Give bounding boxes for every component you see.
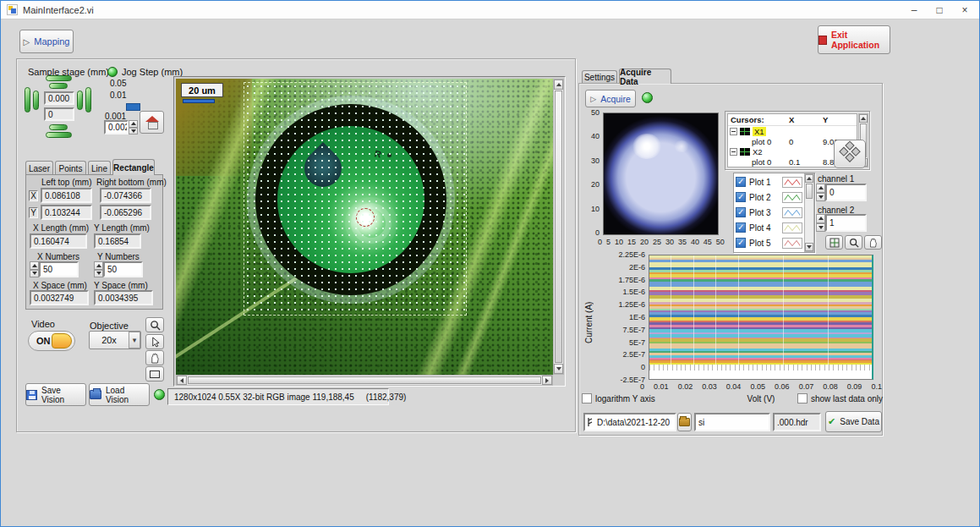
plot5-checkbox[interactable] — [736, 238, 746, 248]
plot1-checkbox[interactable] — [736, 177, 746, 187]
iv-gridlines — [649, 255, 872, 379]
channel1-value[interactable]: 0 — [825, 184, 867, 201]
stage-y-field[interactable]: 0 — [44, 107, 74, 121]
rectangle-tool-button[interactable] — [145, 366, 164, 382]
jog-option-2: 0.01 — [110, 91, 126, 100]
zoom-tool-button[interactable] — [145, 317, 164, 332]
x-numbers-spinner[interactable]: 50 — [30, 261, 79, 277]
show-last-option[interactable]: show last data only — [797, 393, 883, 403]
expander-icon[interactable] — [730, 148, 737, 156]
cursor-x1-name[interactable]: X1 — [753, 127, 766, 136]
jog-step-spinner[interactable]: 0.002 — [104, 120, 138, 134]
right-bottom-x-field[interactable]: -0.074366 — [100, 188, 151, 203]
log-y-option[interactable]: logarithm Y axis — [582, 393, 655, 403]
close-button[interactable]: × — [952, 1, 977, 19]
channel2-value[interactable]: 1 — [825, 214, 867, 232]
save-vision-button[interactable]: Save Vision — [25, 383, 86, 406]
plot2-checkbox[interactable] — [736, 192, 746, 202]
tab-points[interactable]: Points — [55, 161, 86, 175]
stage-right-outer-arrow[interactable] — [85, 87, 91, 113]
y-space-field[interactable]: 0.0034395 — [94, 290, 153, 305]
stage-up-inner-arrow[interactable] — [49, 83, 68, 89]
load-vision-icon — [90, 390, 101, 399]
stage-left-outer-arrow[interactable] — [25, 87, 30, 113]
y-numbers-value[interactable]: 50 — [103, 261, 143, 277]
intensity-map[interactable] — [603, 113, 719, 235]
show-last-checkbox[interactable] — [797, 393, 808, 403]
data-path-field[interactable]: D:\data\2021-12-20 — [583, 413, 676, 431]
legend-row[interactable]: Plot 3 — [734, 205, 804, 220]
x-space-field[interactable]: 0.0032749 — [30, 290, 89, 305]
legend-row[interactable]: Plot 5 — [734, 235, 804, 250]
cursor-mover-button[interactable] — [834, 140, 866, 168]
y-length-field[interactable]: 0.16854 — [94, 233, 141, 249]
minimize-button[interactable]: – — [901, 1, 927, 19]
image-horizontal-scrollbar[interactable] — [176, 375, 553, 386]
scroll-up-icon[interactable] — [554, 80, 563, 90]
stage-down-inner-arrow[interactable] — [49, 124, 68, 130]
cursor-tool-button[interactable] — [145, 334, 164, 349]
v-scroll-thumb[interactable] — [555, 91, 562, 363]
file-name-input[interactable]: si — [694, 413, 770, 431]
stage-x-field[interactable]: 0.000 — [44, 91, 74, 105]
mapping-button[interactable]: ▷ Mapping — [19, 30, 74, 53]
plot4-checkbox[interactable] — [736, 222, 746, 233]
laser-grid-region[interactable] — [244, 82, 467, 316]
graph-cursor-tool-button[interactable] — [825, 235, 843, 250]
stage-up-outer-arrow[interactable] — [46, 75, 72, 81]
toggle-handle-icon[interactable] — [52, 333, 72, 349]
x-length-field[interactable]: 0.160474 — [30, 233, 87, 249]
legend-row[interactable]: Plot 2 — [734, 189, 804, 205]
channel1-spinner[interactable]: 0 — [816, 184, 867, 201]
tab-line[interactable]: Line — [88, 161, 111, 175]
jog-down-icon[interactable] — [129, 128, 138, 135]
jog-step-value[interactable]: 0.002 — [104, 120, 129, 134]
tab-acquire-data[interactable]: Acquire Data — [619, 69, 671, 84]
plot2-label: Plot 2 — [749, 193, 779, 202]
graph-zoom-tool-button[interactable] — [845, 235, 862, 250]
channel2-spinner[interactable]: 1 — [816, 214, 867, 232]
legend-row[interactable]: Plot 1 — [734, 174, 804, 189]
video-toggle[interactable]: ON — [28, 331, 75, 351]
log-y-checkbox[interactable] — [582, 393, 592, 403]
scroll-left-icon[interactable] — [177, 376, 187, 385]
maximize-button[interactable]: □ — [927, 1, 952, 19]
expander-icon[interactable] — [730, 128, 737, 135]
browse-button[interactable] — [677, 413, 692, 431]
load-vision-button[interactable]: Load Vision — [89, 383, 150, 406]
jog-option-1: 0.05 — [110, 79, 126, 88]
jog-slider-handle[interactable] — [126, 103, 140, 111]
jog-up-icon[interactable] — [129, 120, 138, 128]
objective-dropdown[interactable]: 20x ▾ — [89, 331, 141, 349]
laser-target-icon — [356, 208, 375, 227]
scroll-down-icon[interactable] — [554, 364, 563, 374]
h-scroll-thumb[interactable] — [188, 376, 541, 384]
tab-settings[interactable]: Settings — [582, 70, 617, 84]
stage-down-outer-arrow[interactable] — [46, 132, 72, 138]
cursor-x2-name[interactable]: X2 — [753, 147, 763, 156]
legend-row[interactable]: Plot 4 — [734, 220, 804, 235]
graph-pan-tool-button[interactable] — [864, 235, 882, 250]
left-top-x-field[interactable]: 0.086108 — [41, 188, 92, 203]
chevron-down-icon[interactable]: ▾ — [129, 332, 140, 349]
tab-rectangle[interactable]: Rectangle — [112, 159, 155, 175]
exit-application-button[interactable]: Exit Application — [818, 25, 890, 54]
stage-left-inner-arrow[interactable] — [33, 91, 39, 110]
right-bottom-y-field[interactable]: -0.065296 — [100, 205, 151, 220]
home-button[interactable] — [140, 111, 164, 134]
stage-right-inner-arrow[interactable] — [77, 91, 83, 110]
log-y-label: logarithm Y axis — [595, 394, 655, 403]
scroll-right-icon[interactable] — [542, 376, 552, 385]
left-top-y-field[interactable]: 0.103244 — [41, 205, 92, 220]
tab-laser[interactable]: Laser — [25, 161, 53, 175]
plot3-checkbox[interactable] — [736, 207, 746, 217]
y-numbers-spinner[interactable]: 50 — [94, 261, 143, 277]
image-vertical-scrollbar[interactable] — [553, 79, 564, 375]
acquire-button[interactable]: ▷ Acquire — [585, 90, 636, 107]
legend-scrollbar[interactable] — [804, 173, 814, 252]
x-numbers-value[interactable]: 50 — [39, 261, 79, 277]
iv-graph[interactable] — [649, 255, 873, 380]
microscope-image[interactable]: R 20 um — [176, 79, 553, 375]
pan-tool-button[interactable] — [145, 350, 164, 365]
save-data-button[interactable]: ✔ Save Data — [825, 411, 882, 432]
